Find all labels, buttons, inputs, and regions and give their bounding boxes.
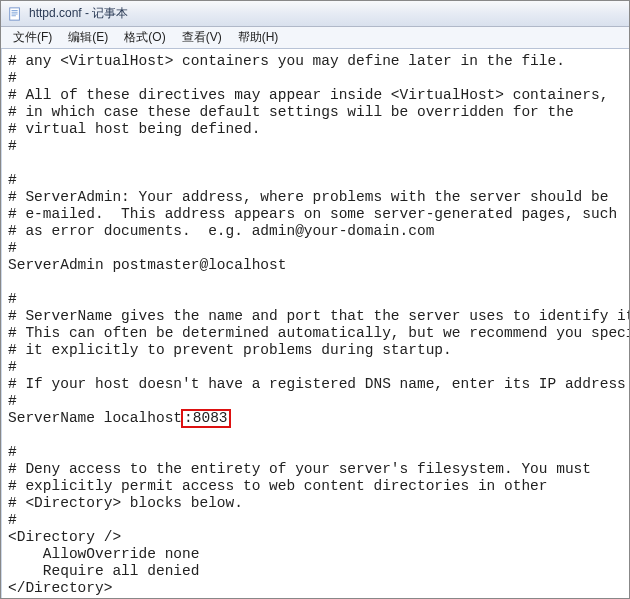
titlebar[interactable]: httpd.conf - 记事本 bbox=[1, 1, 629, 27]
text-area[interactable]: # any <VirtualHost> containers you may d… bbox=[1, 49, 629, 598]
menu-help[interactable]: 帮助(H) bbox=[230, 27, 287, 48]
menubar: 文件(F) 编辑(E) 格式(O) 查看(V) 帮助(H) bbox=[1, 27, 629, 49]
port-highlight: :8083 bbox=[181, 409, 231, 428]
text-after: # # Deny access to the entirety of your … bbox=[8, 444, 591, 598]
menu-view[interactable]: 查看(V) bbox=[174, 27, 230, 48]
menu-file[interactable]: 文件(F) bbox=[5, 27, 60, 48]
window-title: httpd.conf - 记事本 bbox=[29, 5, 128, 22]
text-before: # any <VirtualHost> containers you may d… bbox=[8, 53, 629, 426]
menu-format[interactable]: 格式(O) bbox=[116, 27, 173, 48]
notepad-window: httpd.conf - 记事本 文件(F) 编辑(E) 格式(O) 查看(V)… bbox=[0, 0, 630, 599]
menu-edit[interactable]: 编辑(E) bbox=[60, 27, 116, 48]
notepad-icon bbox=[7, 6, 23, 22]
content-wrap: # any <VirtualHost> containers you may d… bbox=[1, 49, 629, 598]
